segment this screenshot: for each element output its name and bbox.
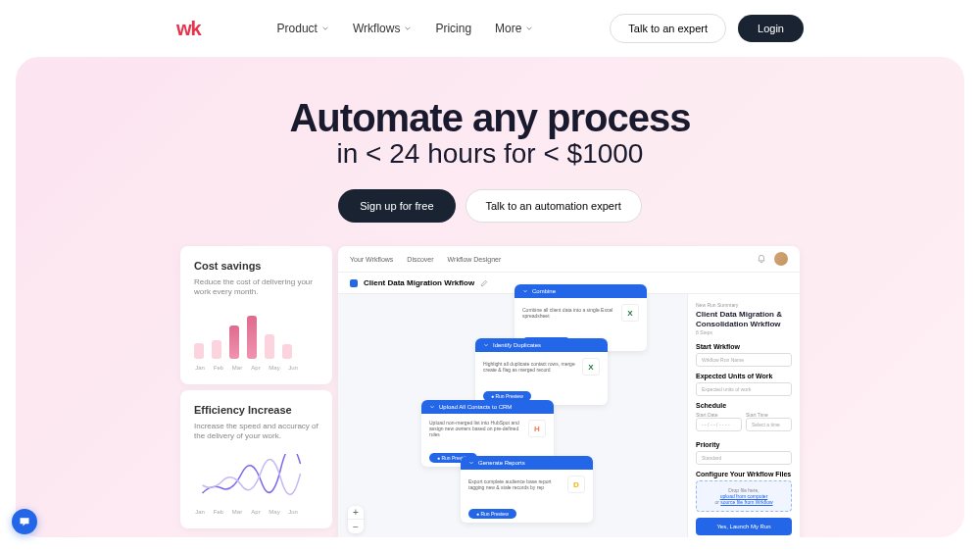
nav-pricing[interactable]: Pricing [435, 22, 471, 35]
chevron-down-icon [468, 460, 474, 466]
edit-icon[interactable] [480, 279, 488, 287]
priority-select[interactable]: Standard [696, 451, 792, 465]
node-desc: Highlight all duplicate contact rows, me… [483, 361, 576, 373]
bar-apr [247, 316, 257, 359]
bar-may [265, 334, 274, 359]
bar-label: Jun [287, 365, 299, 371]
hero-ctas: Sign up for free Talk to an automation e… [16, 189, 964, 223]
hero-subtitle: in < 24 hours for < $1000 [16, 138, 964, 170]
node-body: Export complete audience base report tag… [461, 470, 593, 499]
card-desc: Reduce the cost of delivering your work … [194, 277, 318, 298]
bar-label: Feb [213, 365, 224, 371]
line-chart [194, 454, 318, 503]
start-wrkflow-label: Start Wrkflow [696, 343, 792, 350]
login-button[interactable]: Login [738, 15, 804, 42]
node-title: Identify Duplicates [493, 342, 541, 348]
talk-automation-expert-button[interactable]: Talk to an automation expert [466, 189, 642, 223]
launch-run-button[interactable]: Yes, Launch My Run [696, 518, 792, 535]
run-preview-button[interactable]: ● Run Preview [468, 509, 516, 519]
panel-body: + − Combine Combine all client data into… [338, 294, 800, 537]
card-title: Efficiency Increase [194, 404, 318, 416]
node-app-icon: H [528, 420, 546, 437]
node-title: Combine [532, 288, 556, 294]
logo[interactable]: wk [176, 18, 201, 40]
cost-savings-card: Cost savings Reduce the cost of deliveri… [180, 246, 332, 384]
chevron-down-icon [429, 404, 435, 410]
chat-bubble[interactable] [12, 509, 37, 534]
chat-icon [19, 516, 30, 527]
hero-title: Automate any process [16, 96, 964, 140]
node-title: Upload All Contacts to CRM [439, 404, 512, 410]
chevron-down-icon [321, 25, 329, 32]
card-desc: Increase the speed and accuracy of the d… [194, 422, 318, 442]
wrkflow-panel: Your Wrkflows Discover Wrkflow Designer … [338, 246, 800, 537]
start-date-input[interactable]: - - / - - / - - - - [696, 418, 742, 431]
wrkflow-node[interactable]: Generate Reports Export complete audienc… [461, 456, 593, 523]
talk-expert-button[interactable]: Talk to an expert [610, 14, 726, 43]
node-desc: Export complete audience base report tag… [468, 478, 562, 490]
card-title: Cost savings [194, 260, 318, 272]
start-time-input[interactable]: Select a time [746, 418, 792, 431]
bell-icon[interactable] [757, 254, 766, 264]
line-label: Apr [250, 509, 262, 515]
wrkflow-color-indicator [350, 279, 358, 287]
node-header: Identify Duplicates [475, 338, 608, 352]
nav-wrkflows[interactable]: Wrkflows [353, 22, 412, 35]
bar-mar [229, 326, 239, 359]
hero-section: Automate any process in < 24 hours for <… [16, 57, 964, 537]
bar-label: Apr [250, 365, 262, 371]
schedule-label: Schedule [696, 402, 792, 409]
priority-label: Priority [696, 441, 792, 448]
bar-jan [194, 343, 204, 359]
bar-label: May [269, 365, 280, 371]
node-header: Upload All Contacts to CRM [421, 400, 554, 414]
units-input[interactable]: Expected units of work [696, 382, 792, 396]
node-header: Generate Reports [461, 456, 593, 470]
efficiency-card: Efficiency Increase Increase the speed a… [180, 390, 332, 528]
run-name-input[interactable]: Wrkflow Run Name [696, 353, 792, 367]
node-body: Combine all client data into a single Ex… [514, 298, 647, 327]
sidebar-cards: Cost savings Reduce the cost of deliveri… [180, 246, 332, 537]
nav-label: Wrkflows [353, 22, 400, 35]
bar-label: Jan [194, 365, 206, 371]
line-label: Jun [287, 509, 299, 515]
zoom-controls: + − [348, 506, 364, 533]
main-nav: Product Wrkflows Pricing More [277, 22, 534, 35]
zoom-out-button[interactable]: − [348, 520, 364, 533]
summary-steps: 8 Steps [696, 329, 792, 335]
node-body: Highlight all duplicate contact rows, me… [475, 352, 608, 381]
node-body: Upload non-merged list into HubSpot and … [421, 414, 554, 443]
node-footer: ● Run Preview [461, 499, 593, 523]
line-label: Jan [194, 509, 206, 515]
bar-label: Mar [231, 365, 243, 371]
wrkflow-canvas[interactable]: + − Combine Combine all client data into… [338, 294, 687, 537]
avatar[interactable] [774, 252, 788, 266]
bar-chart [194, 310, 318, 359]
units-label: Expected Units of Work [696, 373, 792, 379]
bar-chart-labels: JanFebMarAprMayJun [194, 365, 318, 371]
nav-product[interactable]: Product [277, 22, 329, 35]
or-text: or [714, 499, 718, 505]
line-label: May [269, 509, 280, 515]
summary-title: Client Data Migration & Consolidation Wr… [696, 310, 792, 328]
wrkflow-node[interactable]: Identify Duplicates Highlight all duplic… [475, 338, 608, 405]
chevron-down-icon [404, 25, 412, 32]
signup-button[interactable]: Sign up for free [338, 189, 455, 223]
chevron-down-icon [522, 288, 528, 294]
tab-your-wrkflows[interactable]: Your Wrkflows [350, 256, 393, 263]
run-sidebar: New Run Summary Client Data Migration & … [687, 294, 800, 537]
dashboard-preview: Cost savings Reduce the cost of deliveri… [180, 246, 800, 537]
nav-label: Product [277, 22, 318, 35]
source-link[interactable]: source file from Wrkflow [720, 499, 772, 505]
line-label: Feb [213, 509, 224, 515]
zoom-in-button[interactable]: + [348, 506, 364, 520]
panel-header-icons [757, 252, 788, 266]
tab-discover[interactable]: Discover [407, 256, 433, 263]
bar-feb [212, 340, 221, 359]
line-label: Mar [231, 509, 243, 515]
tab-designer[interactable]: Wrkflow Designer [448, 256, 502, 263]
chevron-down-icon [525, 25, 533, 32]
file-dropzone[interactable]: Drop file here, upload from computer or … [696, 480, 792, 512]
nav-more[interactable]: More [495, 22, 533, 35]
node-app-icon: D [567, 476, 585, 493]
